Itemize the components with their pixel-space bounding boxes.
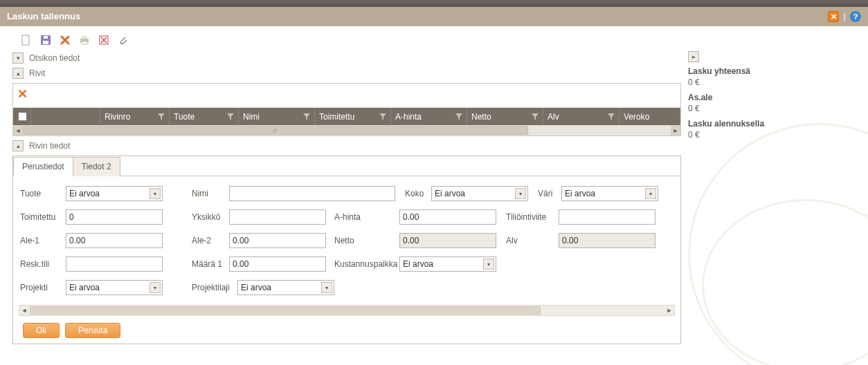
filter-icon[interactable]: [532, 113, 539, 120]
col-label: Netto: [471, 112, 491, 122]
grid-col-rivinro[interactable]: Rivinro: [100, 108, 170, 125]
summary-discount-value: 0 €: [688, 104, 861, 113]
projektilaji-select[interactable]: Ei arvoa▾: [237, 280, 334, 295]
new-icon[interactable]: [21, 35, 32, 46]
yksikko-input[interactable]: [229, 209, 326, 225]
title-separator: |: [843, 7, 846, 26]
chevron-down-icon: ▾: [150, 188, 161, 199]
summary-discount-label: As.ale: [688, 93, 861, 102]
filter-icon[interactable]: [303, 113, 310, 120]
filter-icon[interactable]: [608, 113, 615, 120]
label-ale1: Ale-1: [20, 236, 63, 245]
label-projekti: Projekti: [20, 283, 63, 292]
ahinta-input[interactable]: [399, 209, 496, 225]
grid-col-ahinta[interactable]: A-hinta: [391, 108, 467, 125]
print-icon[interactable]: [79, 35, 90, 46]
section-rows: ▴ Rivit: [12, 68, 681, 79]
filter-icon[interactable]: [158, 113, 165, 120]
filter-icon[interactable]: [227, 113, 234, 120]
chevron-down-icon: ▾: [321, 282, 332, 293]
grid-col-alv[interactable]: Alv: [543, 108, 620, 125]
form-h-scrollbar[interactable]: ◄ ►: [19, 305, 675, 316]
chevron-down-icon: ▾: [515, 188, 526, 199]
label-toimitettu: Toimitettu: [20, 212, 63, 222]
vari-select[interactable]: Ei arvoa▾: [561, 186, 658, 201]
toimitettu-input[interactable]: [66, 209, 163, 225]
nimi-input[interactable]: [229, 186, 395, 201]
scroll-left-icon[interactable]: ◄: [13, 125, 23, 135]
col-label: A-hinta: [395, 112, 422, 122]
label-maara1: Määrä 1: [192, 259, 226, 269]
label-vari: Väri: [538, 189, 559, 198]
export-icon[interactable]: [98, 35, 109, 46]
chevron-up-icon[interactable]: ▴: [12, 140, 24, 151]
filter-icon[interactable]: [455, 113, 462, 120]
svg-rect-5: [82, 36, 87, 39]
koko-select[interactable]: Ei arvoa▾: [431, 186, 528, 201]
section-header-info: ▾ Otsikon tiedot: [12, 53, 681, 64]
scroll-left-icon[interactable]: ◄: [19, 306, 29, 315]
label-yksikko: Yksikkö: [192, 212, 226, 222]
grid-col-toimitettu[interactable]: Toimitettu: [315, 108, 391, 125]
attachment-icon[interactable]: [118, 35, 129, 46]
label-resktili: Resk.tili: [20, 259, 63, 269]
window-title: Laskun tallennus: [7, 7, 80, 26]
tabs: Perustiedot Tiedot 2: [13, 156, 680, 176]
scroll-thumb[interactable]: [23, 126, 528, 135]
tuote-select[interactable]: Ei arvoa▾: [66, 186, 163, 201]
alv-input: [559, 233, 655, 248]
col-label: Alv: [548, 112, 559, 122]
app-top-strip: [0, 0, 868, 7]
cancel-button[interactable]: Peruuta: [65, 323, 120, 338]
kustannuspaikka-select[interactable]: Ei arvoa▾: [399, 256, 496, 272]
label-nimi: Nimi: [192, 189, 226, 198]
label-alv: Alv: [506, 236, 556, 245]
delete-row-icon[interactable]: ✕: [16, 88, 28, 100]
tab-tiedot2[interactable]: Tiedot 2: [73, 157, 120, 176]
tab-perustiedot[interactable]: Perustiedot: [13, 157, 73, 176]
grid-col-nimi[interactable]: Nimi: [239, 108, 315, 125]
label-netto: Netto: [334, 236, 397, 245]
svg-rect-6: [82, 41, 87, 44]
grid-col-veroko[interactable]: Veroko: [620, 108, 680, 125]
help-icon[interactable]: ?: [850, 11, 861, 22]
label-koko: Koko: [405, 189, 428, 198]
ok-button[interactable]: Ok: [23, 323, 60, 338]
col-label: Toimitettu: [319, 112, 354, 122]
grid-col-blank[interactable]: [31, 108, 100, 125]
ale2-input[interactable]: [229, 233, 326, 248]
toolbar: [7, 32, 861, 51]
svg-rect-2: [43, 41, 48, 44]
tiliointiviite-input[interactable]: [559, 209, 655, 225]
scroll-right-icon[interactable]: ►: [664, 306, 674, 315]
chevron-up-icon[interactable]: ▴: [12, 68, 24, 79]
projekti-select[interactable]: Ei arvoa▾: [66, 280, 163, 295]
ale1-input[interactable]: [66, 233, 163, 248]
maara1-input[interactable]: [229, 256, 326, 272]
grid-col-netto[interactable]: Netto: [467, 108, 543, 125]
filter-icon[interactable]: [379, 113, 386, 120]
col-label: Veroko: [624, 112, 649, 122]
chevron-down-icon: ▾: [150, 282, 161, 293]
delete-icon[interactable]: [60, 35, 71, 46]
section-row-details: ▴ Rivin tiedot: [12, 140, 681, 151]
grid-col-tuote[interactable]: Tuote: [170, 108, 239, 125]
chevron-right-icon[interactable]: ▸: [688, 51, 699, 62]
title-bar: Laskun tallennus ✕ | ?: [0, 7, 868, 26]
label-tuote: Tuote: [20, 189, 63, 198]
netto-input: [399, 233, 496, 248]
label-tiliointiviite: Tiliöintiviite: [506, 212, 556, 222]
save-icon[interactable]: [40, 35, 51, 46]
resktili-input[interactable]: [66, 256, 163, 272]
section-title: Rivin tiedot: [29, 141, 70, 151]
grid-h-scrollbar[interactable]: ◄ ►: [13, 125, 680, 135]
label-ale2: Ale-2: [192, 236, 226, 245]
svg-rect-3: [44, 36, 48, 39]
label-kustannuspaikka: Kustannuspaikka: [334, 259, 397, 269]
close-icon[interactable]: ✕: [828, 11, 839, 22]
col-label: Rivinro: [105, 112, 130, 122]
scroll-thumb[interactable]: [30, 306, 541, 315]
select-all-checkbox[interactable]: [13, 108, 31, 125]
scroll-right-icon[interactable]: ►: [671, 125, 680, 135]
chevron-down-icon[interactable]: ▾: [12, 53, 24, 64]
